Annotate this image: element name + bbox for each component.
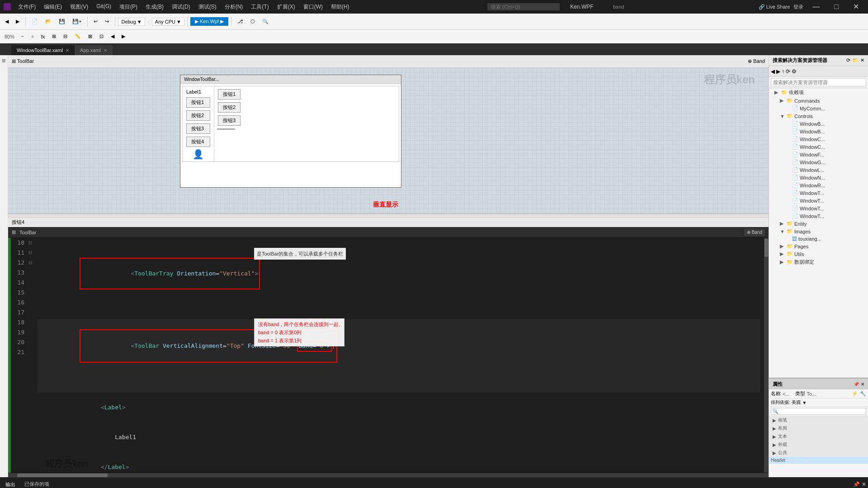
menu-analyze[interactable]: 分析(N) <box>221 2 247 12</box>
se-up-icon[interactable]: ↑ <box>782 68 784 75</box>
props-cat-appearance[interactable]: ▶ 外观 <box>769 441 868 449</box>
expand-entity-icon[interactable]: ▶ <box>780 221 785 227</box>
fold-11[interactable]: ⊟ <box>27 238 33 248</box>
expand-common-icon[interactable]: ▶ <box>773 450 776 455</box>
grid-button[interactable]: ⊞ <box>49 32 59 41</box>
expand-utils-icon[interactable]: ▶ <box>780 251 785 257</box>
tree-item-windowc2[interactable]: 📄 WindowC... <box>769 143 868 151</box>
preview-rbtn3[interactable]: 按钮3 <box>218 115 241 126</box>
tree-item-controls[interactable]: ▼ 📁 Controls <box>769 112 868 120</box>
band-toolbar-button[interactable]: ⊕ Band <box>744 229 765 236</box>
preview-btn3[interactable]: 按钮3 <box>186 123 210 134</box>
tree-item-windowr[interactable]: 📄 WindowR... <box>769 181 868 189</box>
expand-images-icon[interactable]: ▼ <box>780 229 785 234</box>
tree-item-windowt1[interactable]: 📄 WindowT... <box>769 189 868 197</box>
tree-item-windowb2[interactable]: 📄 WindowB... <box>769 128 868 135</box>
tab-windowtoolbar-close[interactable]: ✕ <box>66 48 69 53</box>
tab-windowtoolbar[interactable]: WindowToolBar.xaml ✕ <box>11 45 75 55</box>
git-button[interactable]: ⎇ <box>234 17 246 26</box>
tree-item-windowc1[interactable]: 📄 WindowC... <box>769 135 868 143</box>
tree-item-deps[interactable]: ▶ 📁 依赖项 <box>769 88 868 97</box>
props-header-row[interactable]: Header <box>769 457 868 464</box>
menu-build[interactable]: 生成(B) <box>142 2 167 12</box>
expand-commands-icon[interactable]: ▶ <box>780 98 785 104</box>
expand-layout-icon[interactable]: ▶ <box>773 426 776 431</box>
output-close-button[interactable]: ✕ <box>862 481 866 488</box>
toolbar-new-button[interactable]: 📄 <box>28 17 41 26</box>
tree-item-windowl[interactable]: 📄 WindowL... <box>769 166 868 174</box>
tree-item-windowg[interactable]: 📄 WindowG... <box>769 158 868 166</box>
tree-item-commands[interactable]: ▶ 📁 Commands <box>769 97 868 104</box>
output-pin-button[interactable]: 📌 <box>853 481 860 488</box>
editor-hscrollbar-thumb[interactable] <box>17 474 108 477</box>
fit-button[interactable]: ⊡ <box>96 32 107 41</box>
ruler-button[interactable]: 📏 <box>71 32 84 41</box>
tab-appxaml[interactable]: App.xaml ✕ <box>75 45 113 55</box>
output-tab-output[interactable]: 输出 <box>0 479 21 488</box>
fold-13[interactable]: ⊟ <box>27 258 33 268</box>
props-pin-button[interactable]: 📌 <box>854 382 859 387</box>
live-share-label[interactable]: 🔗 Live Share <box>759 4 790 10</box>
expand-appearance-icon[interactable]: ▶ <box>773 442 776 447</box>
preview-btn2[interactable]: 按钮2 <box>186 110 210 121</box>
title-search-input[interactable] <box>487 3 560 10</box>
se-new-folder-button[interactable]: 📁 <box>852 57 859 63</box>
se-close-button[interactable]: ✕ <box>860 57 864 63</box>
editor-scrollbar-v[interactable] <box>764 238 769 473</box>
zoom-reset-button[interactable]: ○ <box>28 33 37 40</box>
tree-item-windowb1[interactable]: 📄 WindowB... <box>769 120 868 128</box>
nav-left-button[interactable]: ◀ <box>108 32 118 41</box>
props-close-button[interactable]: ✕ <box>861 382 864 387</box>
minimize-button[interactable]: — <box>807 0 825 14</box>
menu-extensions[interactable]: 扩展(X) <box>274 2 299 12</box>
code-content[interactable]: <ToolBarTray Orientation="Vertical"> 是To… <box>33 238 764 473</box>
props-cat-text[interactable]: ▶ 文本 <box>769 432 868 441</box>
tree-item-mycomm[interactable]: 📄 MyComm... <box>769 104 868 112</box>
zoom-out-button[interactable]: − <box>18 33 27 40</box>
designer-canvas[interactable]: 程序员ken WindowToolBar... Label1 按钮1 按钮2 按… <box>8 68 769 217</box>
preview-rbtn1[interactable]: 按钮1 <box>218 89 241 99</box>
formula-button[interactable]: fx <box>38 33 48 41</box>
platform-dropdown[interactable]: Any CPU ▼ <box>152 18 184 26</box>
toolbar-open-button[interactable]: 📂 <box>42 17 55 26</box>
se-search-input[interactable] <box>771 78 866 86</box>
props-cat-brush[interactable]: ▶ 画笔 <box>769 416 868 424</box>
menu-tools[interactable]: 工具(T) <box>247 2 272 12</box>
tree-item-images[interactable]: ▼ 📁 Images <box>769 227 868 235</box>
tree-item-windowf[interactable]: 📄 WindowF... <box>769 151 868 158</box>
close-button[interactable]: ✕ <box>848 0 864 14</box>
menu-project[interactable]: 项目(P) <box>116 2 141 12</box>
props-prop-button[interactable]: 🔧 <box>860 391 866 397</box>
props-search-input[interactable] <box>771 408 866 415</box>
menu-file[interactable]: 文件(F) <box>14 2 39 12</box>
menu-help[interactable]: 帮助(H) <box>327 2 353 12</box>
menu-window[interactable]: 窗口(W) <box>300 2 326 12</box>
margin-button[interactable]: ⊠ <box>85 32 95 41</box>
expand-deps-icon[interactable]: ▶ <box>774 90 780 95</box>
se-settings-icon[interactable]: ⚙ <box>792 68 797 75</box>
menu-test[interactable]: 测试(S) <box>195 2 220 12</box>
editor-scrollbar-h[interactable] <box>8 473 769 477</box>
expand-text-icon[interactable]: ▶ <box>773 434 776 439</box>
se-refresh-icon[interactable]: ⟳ <box>786 68 790 75</box>
maximize-button[interactable]: □ <box>829 0 844 14</box>
preview-btn4[interactable]: 按钮4 <box>186 137 210 147</box>
tree-item-pages[interactable]: ▶ 📁 Pages <box>769 242 868 250</box>
se-forward-icon[interactable]: ▶ <box>776 68 780 75</box>
tree-item-windowt4[interactable]: 📄 WindowT... <box>769 212 868 220</box>
tab-appxaml-close[interactable]: ✕ <box>104 48 107 53</box>
run-button[interactable]: ▶ Ken.Wpf ▶ <box>190 17 228 26</box>
menu-git[interactable]: Git(G) <box>93 2 115 12</box>
preview-rbtn2[interactable]: 按钮2 <box>218 102 241 113</box>
props-cat-layout[interactable]: ▶ 布局 <box>769 424 868 432</box>
tree-item-databind[interactable]: ▶ 📁 数据绑定 <box>769 258 868 266</box>
expand-databind-icon[interactable]: ▶ <box>780 259 785 265</box>
toolbar-back-button[interactable]: ◀ <box>2 17 12 26</box>
tree-item-touxiang[interactable]: 🖼 touxiang... <box>769 235 868 242</box>
extensions-button[interactable]: ⬡ <box>247 17 258 26</box>
tree-item-windown[interactable]: 📄 WindowN... <box>769 174 868 181</box>
se-sync-button[interactable]: ⟳ <box>846 57 850 63</box>
tree-item-windowt3[interactable]: 📄 WindowT... <box>769 204 868 212</box>
menu-edit[interactable]: 编辑(E) <box>40 2 66 12</box>
menu-view[interactable]: 视图(V) <box>66 2 92 12</box>
